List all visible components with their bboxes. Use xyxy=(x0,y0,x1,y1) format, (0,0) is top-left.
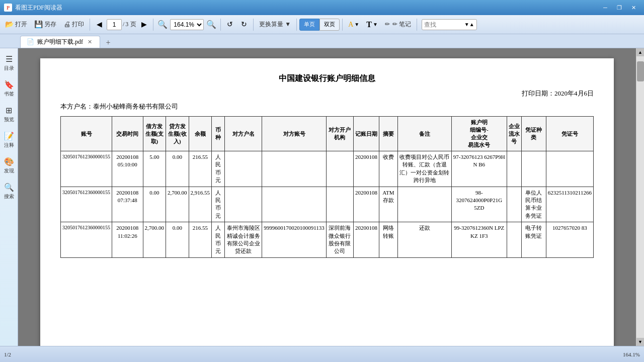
table-cell: 2,700.00 xyxy=(143,222,166,258)
restore-button[interactable]: ❐ xyxy=(613,3,626,13)
table-cell: 97-32076123 6267P9H N B6 xyxy=(451,151,507,187)
separator-2 xyxy=(153,19,153,31)
table-cell: 人民币元 xyxy=(212,222,225,258)
table-row: 320501761236000015520200108 11:02:262,70… xyxy=(61,222,594,258)
col-counterparty-bank: 对方开户机构 xyxy=(326,117,353,151)
discover-icon: 🎨 xyxy=(4,157,14,166)
minimize-button[interactable]: ─ xyxy=(599,3,612,13)
table-cell: 2,916.55 xyxy=(189,187,212,222)
highlight-button[interactable]: A ▼ xyxy=(345,19,362,30)
col-voucher-no: 凭证号 xyxy=(546,117,593,151)
close-button[interactable]: ✕ xyxy=(627,3,640,13)
rotate-right-button[interactable]: ↻ xyxy=(237,18,251,31)
search-box: ▼ ▲ xyxy=(422,19,477,30)
scroll-up-button[interactable]: ▲ xyxy=(636,48,645,56)
status-zoom-info: 164.1% xyxy=(623,351,640,357)
separator-5 xyxy=(296,19,297,31)
table-cell: 9999600170020100091133 xyxy=(262,222,327,258)
single-page-button[interactable]: 单页 xyxy=(299,19,319,31)
text-tool-button[interactable]: T ▼ xyxy=(363,19,381,31)
table-cell xyxy=(262,187,327,222)
col-biz-seq: 企业流水号 xyxy=(507,117,521,151)
view-toggle: 单页 双页 xyxy=(299,19,340,31)
search-down-icon[interactable]: ▼ xyxy=(464,22,469,27)
title-text: 看图王PDF阅读器 xyxy=(15,4,599,12)
tab-close-button[interactable]: ✕ xyxy=(86,38,94,46)
table-cell: 216.55 xyxy=(189,222,212,258)
tab-add-button[interactable]: + xyxy=(102,38,114,48)
col-balance: 余额 xyxy=(189,117,212,151)
print-date: 打印日期：2020年4月6日 xyxy=(60,89,594,98)
window-controls: ─ ❐ ✕ xyxy=(599,3,640,13)
page-number-input[interactable] xyxy=(107,19,122,30)
scroll-down-button[interactable]: ▼ xyxy=(636,338,645,346)
status-bar: 1/2 164.1% xyxy=(0,346,644,362)
table-cell: 20200108 07:37:48 xyxy=(112,187,143,222)
nav-forward-button[interactable]: ▶ xyxy=(137,18,150,31)
separator-3 xyxy=(220,19,221,31)
right-scrollbar[interactable]: ▲ ▼ xyxy=(636,48,644,346)
toolbar: 📂 打开 💾 另存 🖨 打印 ◀ / 3 页 ▶ 🔍 164.1% 100% 1… xyxy=(0,15,644,34)
table-cell: 收费 xyxy=(379,151,398,187)
save-as-button[interactable]: 💾 另存 xyxy=(31,19,59,30)
table-cell xyxy=(507,187,521,222)
table-cell: 0.00 xyxy=(166,151,189,187)
scroll-track[interactable] xyxy=(636,56,644,338)
col-currency: 币种 xyxy=(212,117,225,151)
separator-4 xyxy=(253,19,254,31)
open-button[interactable]: 📂 打开 xyxy=(2,19,30,30)
print-icon: 🖨 xyxy=(63,21,70,29)
table-cell: 人民币元 xyxy=(212,187,225,222)
doc-title: 中国建设银行账户明细信息 xyxy=(60,73,594,84)
col-book-date: 记账日期 xyxy=(354,117,379,151)
double-page-button[interactable]: 双页 xyxy=(319,19,340,31)
rotate-left-button[interactable]: ↺ xyxy=(223,18,236,31)
sidebar-item-preview[interactable]: ⊞ 预览 xyxy=(2,103,17,126)
table-cell: 收费项目对公人民币转账、汇款（含退汇）一对公资金划转跨行异地 xyxy=(397,151,451,187)
print-button[interactable]: 🖨 打印 xyxy=(60,19,87,30)
note-button[interactable]: ✏ ✏ 笔记 xyxy=(382,19,414,30)
table-cell: 还款 xyxy=(397,222,451,258)
table-row: 320501761236000015520200108 07:37:480.00… xyxy=(61,187,594,222)
fit-page-button[interactable]: 更换算量 ▼ xyxy=(256,19,294,30)
table-cell: 人民币元 xyxy=(212,151,225,187)
table-cell: 20200108 11:02:26 xyxy=(112,222,143,258)
table-cell xyxy=(262,151,327,187)
table-cell: 98-3207624000P0P21G 5ZD xyxy=(451,187,507,222)
search-up-icon[interactable]: ▲ xyxy=(469,22,474,27)
left-sidebar: ☰ 目录 🔖 书签 ⊞ 预览 📝 注释 🎨 发现 🔍 搜索 xyxy=(0,48,18,346)
tab-pdf[interactable]: 📄 账户明细下载.pdf ✕ xyxy=(20,36,100,48)
zoom-in-button[interactable]: 🔍 xyxy=(205,18,218,31)
sidebar-item-toc[interactable]: ☰ 目录 xyxy=(2,51,17,75)
pdf-area[interactable]: 中国建设银行账户明细信息 打印日期：2020年4月6日 本方户名：泰州小秘蜂商务… xyxy=(18,48,636,346)
sidebar-item-search[interactable]: 🔍 搜索 xyxy=(2,179,17,203)
separator-7 xyxy=(417,19,417,31)
sidebar-item-bookmarks[interactable]: 🔖 书签 xyxy=(2,77,17,101)
sidebar-bookmark-label: 书签 xyxy=(4,90,14,98)
search-input[interactable] xyxy=(424,21,464,28)
table-cell: 电子转账凭证 xyxy=(522,222,546,258)
bookmark-icon: 🔖 xyxy=(4,80,14,89)
zoom-out-button[interactable]: 🔍 xyxy=(156,18,169,31)
table-cell: 0.00 xyxy=(143,187,166,222)
nav-back-button[interactable]: ◀ xyxy=(93,18,106,31)
table-cell: 3205017612360000155 xyxy=(61,151,112,187)
page-total-num: 3 xyxy=(125,21,128,28)
col-trade-time: 交易时间 xyxy=(112,117,143,151)
sidebar-preview-label: 预览 xyxy=(4,116,14,123)
account-name: 本方户名：泰州小秘蜂商务秘书有限公司 xyxy=(60,102,594,111)
text-icon: T xyxy=(366,20,372,29)
table-cell xyxy=(326,187,353,222)
scroll-thumb[interactable] xyxy=(637,61,644,81)
sidebar-item-discover[interactable]: 🎨 发现 xyxy=(2,154,17,177)
dropdown-small-icon: ▼ xyxy=(354,22,359,27)
sidebar-discover-label: 发现 xyxy=(4,167,14,174)
table-cell: 6232511310211266 xyxy=(546,187,593,222)
col-detail-no: 账户明细编号-企业交易流水号 xyxy=(451,117,507,151)
sidebar-item-notes[interactable]: 📝 注释 xyxy=(2,128,17,152)
pdf-page: 中国建设银行账户明细信息 打印日期：2020年4月6日 本方户名：泰州小秘蜂商务… xyxy=(40,58,614,346)
table-cell: 3205017612360000155 xyxy=(61,187,112,222)
page-label: 页 xyxy=(130,20,136,29)
table-cell xyxy=(225,187,262,222)
zoom-select[interactable]: 164.1% 100% 150% 200% xyxy=(170,19,204,30)
